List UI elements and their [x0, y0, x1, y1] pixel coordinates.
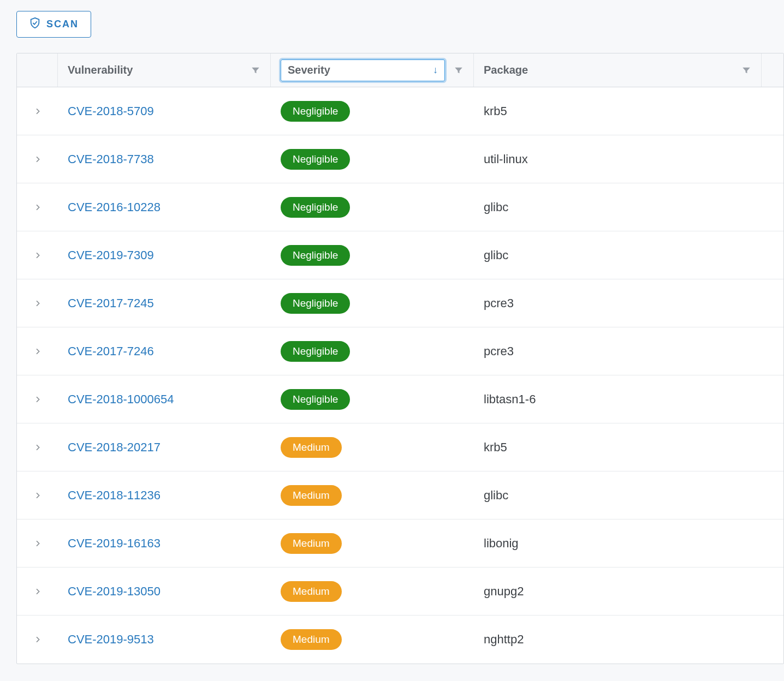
cve-link[interactable]: CVE-2016-10228 — [68, 200, 161, 214]
table-row: CVE-2019-16163Mediumlibonig — [17, 519, 783, 568]
table-row: CVE-2018-5709Negligiblekrb5 — [17, 87, 783, 135]
cell-severity: Medium — [271, 437, 474, 458]
cell-severity: Medium — [271, 485, 474, 506]
severity-badge: Negligible — [281, 149, 350, 170]
cell-vulnerability: CVE-2018-11236 — [58, 488, 271, 503]
scan-button[interactable]: SCAN — [16, 11, 91, 38]
cell-vulnerability: CVE-2019-7309 — [58, 248, 271, 262]
expand-toggle[interactable] — [17, 539, 58, 548]
expand-toggle[interactable] — [17, 491, 58, 500]
cve-link[interactable]: CVE-2018-20217 — [68, 440, 161, 454]
cve-link[interactable]: CVE-2019-9513 — [68, 632, 154, 646]
column-label: Severity — [288, 64, 330, 76]
table-body: CVE-2018-5709Negligiblekrb5CVE-2018-7738… — [17, 87, 783, 664]
severity-badge: Negligible — [281, 245, 350, 266]
chevron-right-icon — [33, 539, 42, 548]
table-row: CVE-2018-1000654Negligiblelibtasn1-6 — [17, 375, 783, 423]
cell-package: libtasn1-6 — [474, 392, 783, 407]
column-package[interactable]: Package — [474, 53, 762, 87]
chevron-right-icon — [33, 347, 42, 356]
cve-link[interactable]: CVE-2019-16163 — [68, 536, 161, 550]
severity-badge: Negligible — [281, 101, 350, 122]
cell-vulnerability: CVE-2018-7738 — [58, 152, 271, 166]
cell-package: pcre3 — [474, 344, 783, 359]
filter-icon[interactable] — [454, 65, 464, 75]
severity-badge: Negligible — [281, 293, 350, 314]
cell-package: util-linux — [474, 152, 783, 166]
expand-toggle[interactable] — [17, 587, 58, 596]
severity-badge: Medium — [281, 533, 342, 554]
cve-link[interactable]: CVE-2018-1000654 — [68, 392, 174, 406]
cell-vulnerability: CVE-2019-16163 — [58, 536, 271, 551]
expand-toggle[interactable] — [17, 443, 58, 452]
cell-package: glibc — [474, 488, 783, 503]
chevron-right-icon — [33, 395, 42, 404]
expand-toggle[interactable] — [17, 203, 58, 212]
cve-link[interactable]: CVE-2018-7738 — [68, 152, 154, 166]
expand-toggle[interactable] — [17, 251, 58, 260]
expand-toggle[interactable] — [17, 299, 58, 308]
chevron-right-icon — [33, 491, 42, 500]
column-severity: Severity ↓ — [271, 53, 474, 87]
cell-vulnerability: CVE-2017-7246 — [58, 344, 271, 359]
column-label: Vulnerability — [68, 64, 133, 76]
cell-vulnerability: CVE-2017-7245 — [58, 296, 271, 310]
cell-severity: Medium — [271, 629, 474, 650]
severity-badge: Negligible — [281, 389, 350, 410]
severity-badge: Negligible — [281, 197, 350, 218]
column-expand — [17, 53, 58, 87]
chevron-right-icon — [33, 635, 42, 644]
severity-badge: Medium — [281, 437, 342, 458]
severity-badge: Negligible — [281, 341, 350, 362]
cve-link[interactable]: CVE-2017-7245 — [68, 296, 154, 310]
arrow-down-icon: ↓ — [433, 64, 438, 76]
cell-vulnerability: CVE-2018-20217 — [58, 440, 271, 455]
cve-link[interactable]: CVE-2019-7309 — [68, 248, 154, 262]
cell-package: pcre3 — [474, 296, 783, 310]
filter-icon[interactable] — [741, 65, 751, 75]
table-row: CVE-2017-7245Negligiblepcre3 — [17, 279, 783, 327]
table-row: CVE-2018-20217Mediumkrb5 — [17, 423, 783, 471]
cve-link[interactable]: CVE-2019-13050 — [68, 584, 161, 598]
cell-vulnerability: CVE-2019-9513 — [58, 632, 271, 647]
table-row: CVE-2018-11236Mediumglibc — [17, 471, 783, 519]
cell-severity: Negligible — [271, 197, 474, 218]
chevron-right-icon — [33, 443, 42, 452]
cve-link[interactable]: CVE-2017-7246 — [68, 344, 154, 358]
cell-package: krb5 — [474, 104, 783, 118]
severity-sort-button[interactable]: Severity ↓ — [281, 59, 445, 81]
expand-toggle[interactable] — [17, 635, 58, 644]
column-vulnerability[interactable]: Vulnerability — [58, 53, 271, 87]
cell-package: nghttp2 — [474, 632, 783, 647]
table-row: CVE-2019-13050Mediumgnupg2 — [17, 568, 783, 616]
table-header: Vulnerability Severity ↓ Package — [17, 53, 783, 87]
severity-badge: Medium — [281, 629, 342, 650]
cell-package: gnupg2 — [474, 584, 783, 599]
chevron-right-icon — [33, 155, 42, 164]
cve-link[interactable]: CVE-2018-11236 — [68, 488, 161, 502]
cell-severity: Medium — [271, 533, 474, 554]
expand-toggle[interactable] — [17, 395, 58, 404]
chevron-right-icon — [33, 251, 42, 260]
cell-severity: Negligible — [271, 245, 474, 266]
table-row: CVE-2016-10228Negligibleglibc — [17, 183, 783, 231]
cell-vulnerability: CVE-2016-10228 — [58, 200, 271, 214]
cell-package: glibc — [474, 248, 783, 262]
table-row: CVE-2019-9513Mediumnghttp2 — [17, 616, 783, 664]
cell-severity: Negligible — [271, 101, 474, 122]
cell-severity: Negligible — [271, 149, 474, 170]
expand-toggle[interactable] — [17, 107, 58, 116]
cve-link[interactable]: CVE-2018-5709 — [68, 104, 154, 118]
vulnerability-table: Vulnerability Severity ↓ Package — [16, 53, 784, 664]
table-row: CVE-2017-7246Negligiblepcre3 — [17, 327, 783, 375]
chevron-right-icon — [33, 107, 42, 116]
filter-icon[interactable] — [251, 65, 260, 75]
expand-toggle[interactable] — [17, 347, 58, 356]
cell-package: libonig — [474, 536, 783, 551]
table-row: CVE-2019-7309Negligibleglibc — [17, 231, 783, 279]
severity-badge: Medium — [281, 485, 342, 506]
expand-toggle[interactable] — [17, 155, 58, 164]
shield-check-icon — [29, 17, 41, 32]
cell-package: glibc — [474, 200, 783, 214]
chevron-right-icon — [33, 587, 42, 596]
